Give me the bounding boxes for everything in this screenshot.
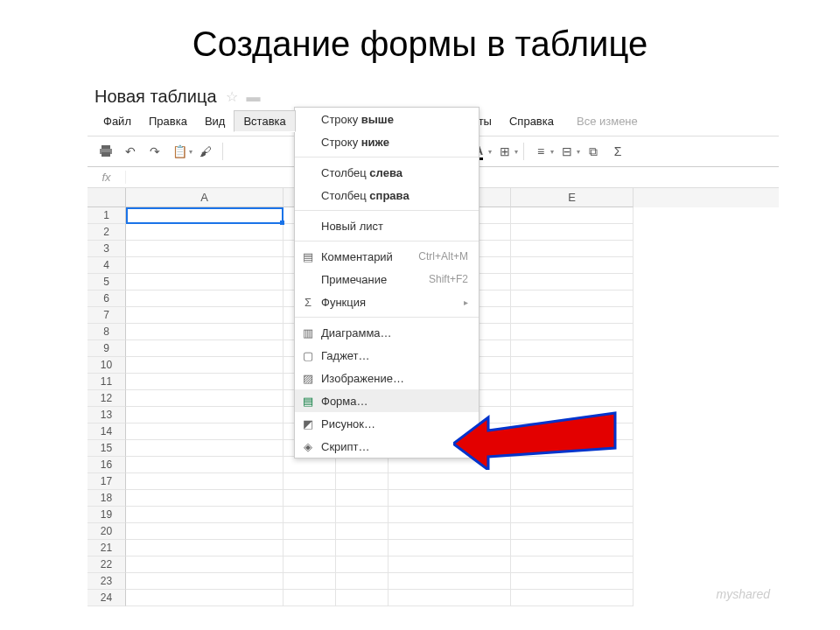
menu-help[interactable]: Справка (500, 111, 563, 131)
cell[interactable] (126, 290, 284, 307)
row-header[interactable]: 17 (88, 473, 126, 490)
row-header[interactable]: 8 (88, 324, 126, 340)
cell[interactable] (284, 556, 336, 573)
menu-view[interactable]: Вид (196, 111, 234, 131)
cell[interactable] (126, 540, 284, 556)
cell[interactable] (126, 507, 284, 523)
star-icon[interactable]: ☆ (226, 88, 238, 105)
row-header[interactable]: 16 (88, 457, 126, 473)
row-header[interactable]: 15 (88, 440, 126, 457)
cell[interactable] (388, 573, 511, 590)
row-header[interactable]: 1 (88, 207, 126, 224)
insert-drawing[interactable]: ◩ Рисунок… (295, 412, 479, 435)
cell[interactable] (388, 590, 511, 606)
cell[interactable] (511, 207, 634, 224)
cell[interactable] (511, 556, 634, 573)
cell[interactable] (511, 407, 634, 424)
cell[interactable] (126, 407, 284, 424)
redo-button[interactable]: ↷ (144, 140, 166, 163)
functions-button[interactable]: Σ (606, 140, 629, 163)
row-header[interactable]: 11 (88, 374, 126, 390)
insert-image[interactable]: ▨ Изображение… (295, 367, 479, 389)
row-header[interactable]: 13 (88, 407, 126, 424)
insert-form[interactable]: ▤ Форма… (295, 389, 479, 412)
cell[interactable] (511, 290, 634, 307)
cell[interactable] (126, 224, 284, 241)
cell[interactable] (336, 490, 388, 507)
cell[interactable] (511, 324, 634, 340)
row-header[interactable]: 12 (88, 390, 126, 407)
cell[interactable] (511, 507, 634, 523)
cell[interactable] (511, 473, 634, 490)
borders-button[interactable]: ⊞ (494, 140, 516, 163)
cell[interactable] (388, 556, 511, 573)
cell[interactable] (336, 573, 388, 590)
row-header[interactable]: 3 (88, 241, 126, 257)
row-header[interactable]: 24 (88, 590, 126, 606)
cell[interactable] (511, 590, 634, 606)
col-header-e[interactable]: E (511, 188, 634, 207)
insert-row-below[interactable]: Строку ниже (295, 130, 479, 153)
cell[interactable] (388, 457, 511, 473)
cell[interactable] (126, 357, 284, 374)
row-header[interactable]: 2 (88, 224, 126, 241)
cell[interactable] (284, 590, 336, 606)
row-header[interactable]: 4 (88, 257, 126, 274)
cell[interactable] (388, 473, 511, 490)
doc-title[interactable]: Новая таблица (94, 87, 217, 107)
cell[interactable] (126, 324, 284, 340)
cell[interactable] (511, 440, 634, 457)
cell[interactable] (126, 207, 284, 224)
cell[interactable] (284, 573, 336, 590)
align-button[interactable]: ≡ (529, 140, 552, 163)
row-header[interactable]: 7 (88, 307, 126, 324)
row-header[interactable]: 19 (88, 507, 126, 523)
print-button[interactable] (94, 140, 117, 163)
row-header[interactable]: 21 (88, 540, 126, 556)
cell[interactable] (388, 523, 511, 540)
cell[interactable] (336, 523, 388, 540)
row-header[interactable]: 6 (88, 290, 126, 307)
cell[interactable] (511, 224, 634, 241)
folder-icon[interactable]: ▬ (247, 89, 261, 105)
insert-row-above[interactable]: Строку выше (295, 108, 479, 130)
row-header[interactable]: 14 (88, 424, 126, 440)
insert-function[interactable]: Σ Функция ▸ (295, 290, 479, 313)
cell[interactable] (511, 457, 634, 473)
insert-comment[interactable]: ▤ Комментарий Ctrl+Alt+M (295, 245, 479, 268)
cell[interactable] (284, 457, 336, 473)
cell[interactable] (126, 523, 284, 540)
cell[interactable] (126, 473, 284, 490)
row-header[interactable]: 22 (88, 556, 126, 573)
cell[interactable] (126, 590, 284, 606)
menu-edit[interactable]: Правка (140, 111, 196, 131)
cell[interactable] (336, 457, 388, 473)
insert-new-sheet[interactable]: Новый лист (295, 214, 479, 237)
cell[interactable] (511, 490, 634, 507)
insert-gadget[interactable]: ▢ Гаджет… (295, 344, 479, 367)
cell[interactable] (511, 390, 634, 407)
menu-insert[interactable]: Вставка (234, 110, 295, 132)
cell[interactable] (336, 540, 388, 556)
cell[interactable] (511, 357, 634, 374)
cell[interactable] (388, 490, 511, 507)
cell[interactable] (511, 523, 634, 540)
cell[interactable] (511, 573, 634, 590)
cell[interactable] (336, 556, 388, 573)
cell[interactable] (284, 540, 336, 556)
cell[interactable] (126, 307, 284, 324)
row-header[interactable]: 20 (88, 523, 126, 540)
cell[interactable] (336, 590, 388, 606)
cell[interactable] (511, 241, 634, 257)
cell[interactable] (126, 390, 284, 407)
insert-chart[interactable]: ▥ Диаграмма… (295, 321, 479, 344)
cell[interactable] (388, 540, 511, 556)
cell[interactable] (511, 424, 634, 440)
cell[interactable] (126, 241, 284, 257)
cell[interactable] (126, 340, 284, 357)
row-header[interactable]: 18 (88, 490, 126, 507)
col-header-a[interactable]: A (126, 188, 284, 207)
insert-col-right[interactable]: Столбец справа (295, 184, 479, 206)
cell[interactable] (511, 340, 634, 357)
cell[interactable] (388, 507, 511, 523)
